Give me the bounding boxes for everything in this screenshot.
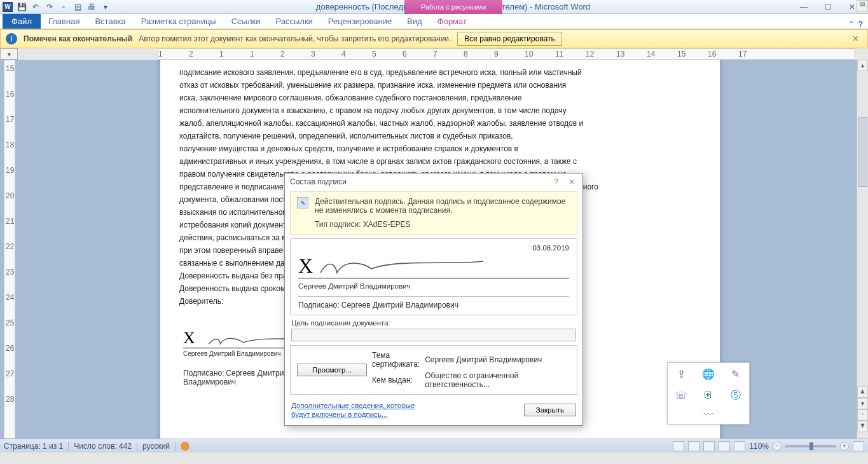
- signature-x-mark: X: [183, 329, 195, 348]
- dialog-close-x[interactable]: ✕: [566, 177, 577, 186]
- status-language[interactable]: русский: [142, 442, 170, 451]
- status-word-count[interactable]: Число слов: 442: [74, 442, 132, 451]
- dialog-sig-type: Тип подписи: XAdES-EPES: [315, 220, 570, 229]
- cert-issued-value: Общество с ограниченной ответственность.…: [425, 371, 570, 389]
- info-text: Автор пометил этот документ как окончате…: [139, 34, 451, 43]
- dialog-bottom-row: Дополнительные сведения, которые будут в…: [285, 397, 582, 425]
- tab-home[interactable]: Главная: [41, 14, 87, 29]
- doc-line: исполнительного документа к взысканию, с…: [179, 104, 701, 117]
- tab-review[interactable]: Рецензирование: [320, 14, 399, 29]
- dialog-title: Состав подписи: [290, 177, 347, 186]
- ribbon-collapse-icon[interactable]: ⌃: [848, 20, 855, 29]
- dialog-purpose-input[interactable]: [291, 329, 576, 341]
- dialog-more-info-link-2[interactable]: будут включены в подпись...: [291, 410, 415, 419]
- scroll-up-button[interactable]: ▲: [857, 60, 868, 71]
- prev-page-button[interactable]: ▲: [857, 386, 868, 398]
- globe-icon[interactable]: 🌐: [702, 367, 715, 380]
- open-icon[interactable]: ▤: [72, 2, 83, 12]
- view-certificate-button[interactable]: Просмотр...: [297, 364, 367, 376]
- file-tab[interactable]: Файл: [3, 14, 41, 29]
- maximize-button[interactable]: ☐: [820, 3, 836, 11]
- view-outline[interactable]: [719, 441, 730, 451]
- undo-icon[interactable]: ↶: [31, 2, 41, 12]
- view-draft[interactable]: [734, 441, 745, 451]
- doc-line: отказ от исковых требований, уменьшение …: [179, 79, 701, 92]
- browse-object-button[interactable]: ◦: [857, 409, 868, 421]
- dialog-signature-x: X: [298, 254, 313, 278]
- zoom-slider-thumb[interactable]: [809, 442, 813, 450]
- ruler-corner[interactable]: ▾: [0, 48, 18, 60]
- viber-icon[interactable]: ☏: [675, 389, 687, 402]
- status-separator: [68, 442, 69, 451]
- dialog-title-bar[interactable]: Состав подписи ? ✕: [285, 174, 582, 190]
- horizontal-ruler[interactable]: 1211234567891011121314151617: [158, 48, 855, 60]
- qat-dropdown-icon[interactable]: ▾: [100, 2, 111, 12]
- ruler-toggle-button[interactable]: ▤: [857, 0, 868, 11]
- doc-line: получение имущества и денежных средств, …: [179, 142, 701, 155]
- fit-page-button[interactable]: [853, 441, 864, 451]
- pen-icon[interactable]: ✎: [729, 367, 742, 380]
- contextual-tab-label: Работа с рисунками: [404, 0, 502, 14]
- zoom-in-button[interactable]: +: [840, 442, 849, 451]
- dialog-signed-by: Подписано: Сергеев Дмитрий Владимирович: [298, 296, 569, 310]
- print-icon[interactable]: 🖶: [86, 2, 97, 12]
- doc-line: ходатайств, получение решений, определен…: [179, 130, 701, 142]
- tab-references[interactable]: Ссылки: [224, 14, 268, 29]
- title-bar: W 💾 ↶ ↷ ▫ ▤ 🖶 ▾ доверенность (Последнее …: [0, 0, 868, 14]
- info-title: Помечен как окончательный: [24, 34, 132, 43]
- new-icon[interactable]: ▫: [59, 2, 69, 12]
- tab-view[interactable]: Вид: [399, 14, 430, 29]
- feather-icon[interactable]: 〰: [702, 409, 715, 421]
- cert-issued-label: Кем выдан:: [372, 376, 420, 385]
- tab-mailings[interactable]: Рассылки: [268, 14, 320, 29]
- tab-format[interactable]: Формат: [430, 14, 474, 29]
- help-icon[interactable]: ?: [858, 20, 863, 29]
- cert-topic-label: Тема сертификата:: [372, 351, 420, 369]
- info-close-button[interactable]: ×: [849, 33, 862, 44]
- dialog-signature-scribble: [319, 256, 485, 278]
- status-right: 110% − +: [673, 441, 864, 451]
- redo-icon[interactable]: ↷: [45, 2, 55, 12]
- zoom-slider[interactable]: [785, 445, 836, 447]
- tab-insert[interactable]: Вставка: [87, 14, 133, 29]
- zoom-level[interactable]: 110%: [749, 442, 769, 451]
- dialog-signature-panel: 03.08.2019 X Сергеев Дмитрий Владимирови…: [290, 238, 577, 315]
- vertical-scrollbar[interactable]: ▲ ▼ ◦ ▼ ▲: [857, 60, 868, 439]
- marked-final-bar: i Помечен как окончательный Автор помети…: [0, 29, 868, 48]
- word-app-icon: W: [3, 2, 13, 12]
- usb-icon[interactable]: ⇪: [675, 367, 687, 380]
- dialog-certificate-panel: Тема сертификата: Сергеев Дмитрий Владим…: [290, 345, 577, 395]
- shield-icon[interactable]: ⛨: [702, 389, 715, 402]
- dialog-more-info-link[interactable]: Дополнительные сведения, которые: [291, 401, 415, 410]
- view-print-layout[interactable]: [673, 441, 684, 451]
- doc-line: жалоб, апелляционной жалобы, кассационно…: [179, 117, 701, 130]
- certificate-icon: ✎: [297, 197, 308, 208]
- dialog-purpose-label: Цель подписания документа:: [291, 319, 576, 327]
- dialog-help-button[interactable]: ?: [551, 177, 561, 186]
- tab-layout[interactable]: Разметка страницы: [134, 14, 224, 29]
- doc-line: иска, заключение мирового соглашения, об…: [179, 92, 701, 104]
- view-web-layout[interactable]: [703, 441, 715, 451]
- zoom-out-button[interactable]: −: [773, 442, 782, 451]
- status-separator: [137, 442, 137, 451]
- next-page-button[interactable]: ▼: [857, 421, 868, 432]
- system-tray-popup: ⇪ 🌐 ✎ ☏ ⛨ Ⓢ 〰: [667, 362, 750, 425]
- scroll-down-button[interactable]: ▼: [857, 398, 868, 409]
- skype-icon[interactable]: Ⓢ: [729, 389, 742, 402]
- minimize-button[interactable]: —: [796, 3, 812, 11]
- save-icon[interactable]: 💾: [17, 2, 27, 12]
- cert-topic-value: Сергеев Дмитрий Владимирович: [425, 355, 570, 364]
- status-bar: Страница: 1 из 1 Число слов: 442 русский…: [0, 439, 868, 453]
- scroll-thumb[interactable]: [858, 117, 867, 187]
- status-page[interactable]: Страница: 1 из 1: [4, 442, 63, 451]
- vertical-ruler[interactable]: 1516171819202122232425262728: [4, 60, 15, 439]
- dialog-close-button[interactable]: Закрыть: [524, 404, 576, 416]
- status-author-icon[interactable]: [181, 442, 189, 451]
- ribbon-tabs: Файл Главная Вставка Разметка страницы С…: [0, 14, 868, 29]
- edit-anyway-button[interactable]: Все равно редактировать: [457, 32, 561, 46]
- view-full-screen[interactable]: [688, 441, 699, 451]
- quick-access-toolbar: 💾 ↶ ↷ ▫ ▤ 🖶 ▾: [17, 2, 111, 12]
- ruler-row: ▾ 1211234567891011121314151617 ▤: [0, 48, 868, 60]
- info-icon: i: [6, 33, 17, 44]
- dialog-info-panel: ✎ Действительная подпись. Данная подпись…: [290, 191, 577, 235]
